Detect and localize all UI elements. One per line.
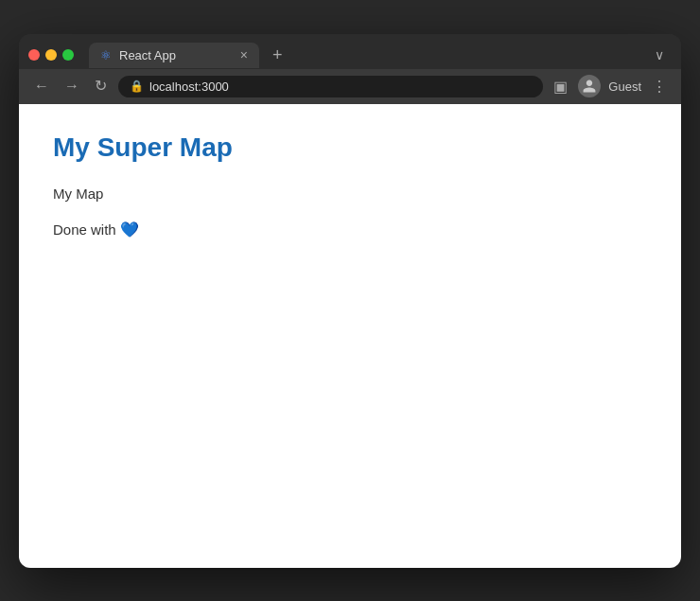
toolbar-right: ▣ Guest ⋮ — [551, 75, 670, 98]
address-input-wrapper[interactable]: 🔒 localhost:3000 — [118, 76, 543, 97]
address-bar: ← → ↻ 🔒 localhost:3000 ▣ Guest ⋮ — [19, 69, 681, 104]
tab-close-button[interactable]: × — [240, 48, 248, 62]
avatar[interactable] — [578, 75, 601, 97]
split-screen-icon[interactable]: ▣ — [551, 75, 570, 98]
traffic-lights — [28, 49, 74, 61]
title-bar: ⚛ React App × + ∨ ← → ↻ 🔒 localhost:3000… — [19, 34, 681, 104]
close-button[interactable] — [28, 49, 40, 61]
reload-button[interactable]: ↻ — [91, 77, 111, 96]
tab-menu-button[interactable]: ∨ — [647, 44, 672, 66]
tab-favicon-icon: ⚛ — [100, 48, 112, 62]
lock-icon: 🔒 — [130, 80, 144, 93]
tab-row: ⚛ React App × + ∨ — [19, 34, 681, 69]
guest-label: Guest — [608, 80, 641, 94]
new-tab-button[interactable]: + — [265, 42, 290, 69]
browser-window: ⚛ React App × + ∨ ← → ↻ 🔒 localhost:3000… — [19, 34, 681, 568]
forward-button[interactable]: → — [61, 77, 83, 96]
address-text: localhost:3000 — [149, 80, 532, 94]
heart-emoji: 💙 — [120, 221, 139, 238]
active-tab[interactable]: ⚛ React App × — [89, 43, 259, 68]
maximize-button[interactable] — [62, 49, 74, 61]
back-button[interactable]: ← — [30, 77, 53, 96]
minimize-button[interactable] — [45, 49, 57, 61]
done-with-label: Done with — [53, 221, 116, 238]
tab-title: React App — [119, 48, 233, 62]
done-text: Done with💙 — [53, 221, 647, 239]
map-label: My Map — [53, 186, 647, 202]
browser-menu-icon[interactable]: ⋮ — [649, 75, 670, 98]
page-content: My Super Map My Map Done with💙 — [19, 104, 681, 568]
page-heading: My Super Map — [53, 133, 647, 163]
